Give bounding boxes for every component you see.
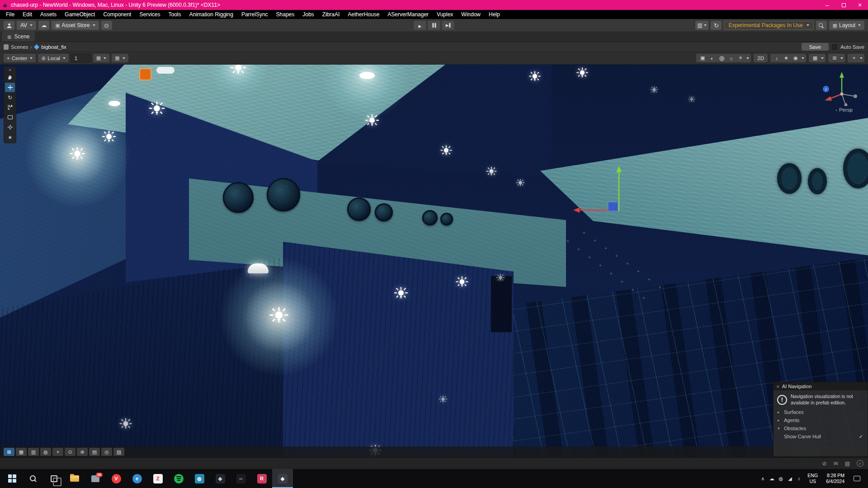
menu-item-parrelsync[interactable]: ParrelSync — [237, 10, 272, 19]
chevron-down-icon[interactable] — [840, 57, 843, 59]
chevron-down-icon[interactable] — [802, 57, 804, 59]
perspective-label[interactable]: Persp — [835, 107, 853, 113]
light-gizmo[interactable] — [440, 145, 453, 158]
light-gizmo[interactable] — [101, 130, 117, 145]
orientation-dropdown[interactable]: Local — [38, 54, 69, 62]
skybox-icon[interactable]: ◎ — [717, 54, 726, 62]
grid-size-field[interactable]: 1 — [71, 54, 91, 62]
menu-item-help[interactable]: Help — [485, 10, 504, 19]
transform-tool[interactable] — [5, 122, 15, 132]
lighting-icon[interactable]: ☼ — [726, 54, 736, 62]
rotate-tool[interactable]: ↻ — [5, 93, 15, 102]
autosave-checkbox[interactable] — [832, 44, 837, 50]
effects-icon[interactable]: ★ — [782, 54, 791, 62]
orientation-gizmo[interactable]: z — [820, 68, 858, 106]
chevron-down-icon[interactable] — [821, 57, 824, 59]
shaded-icon[interactable]: ◐ — [708, 54, 717, 62]
move-gizmo[interactable] — [569, 166, 627, 225]
light-gizmo[interactable] — [364, 114, 380, 129]
menu-item-assets[interactable]: Assets — [36, 10, 61, 19]
menu-item-animation-rigging[interactable]: Animation Rigging — [185, 10, 237, 19]
menu-item-jobs[interactable]: Jobs — [298, 10, 318, 19]
language-indicator[interactable]: ENG US — [803, 473, 822, 484]
light-gizmo[interactable] — [269, 306, 289, 327]
zoom-tool[interactable]: ⊙ — [65, 448, 75, 456]
sphere-view-tool[interactable]: ◍ — [40, 448, 51, 456]
light-gizmo[interactable] — [439, 395, 448, 404]
grid-snap-dropdown[interactable] — [93, 54, 109, 62]
settings-button[interactable] — [101, 21, 112, 30]
maximize-button[interactable] — [835, 0, 852, 10]
close-button[interactable] — [852, 0, 868, 10]
gizmos-icon[interactable]: ⌖ — [849, 54, 859, 62]
mail-button[interactable]: 26 — [85, 469, 106, 488]
menu-item-edit[interactable]: Edit — [19, 10, 36, 19]
2d-toggle[interactable]: 2D — [754, 54, 768, 62]
sun-icon[interactable]: ☀ — [736, 54, 745, 62]
wireframe-tool[interactable]: ▥ — [28, 448, 39, 456]
ai-nav-row-obstacles[interactable]: ▾Obstacles — [774, 424, 868, 432]
notifications-muted-icon[interactable]: ⊘ — [822, 460, 827, 467]
ai-nav-row-surfaces[interactable]: ▸Surfaces — [774, 408, 868, 416]
clock[interactable]: 8:28 PM 6/4/2024 — [822, 473, 849, 484]
progress-check-icon[interactable] — [857, 460, 863, 467]
account-dropdown[interactable]: AV — [17, 21, 36, 30]
pivot-mode-dropdown[interactable]: Center — [4, 54, 36, 62]
orbit-tool[interactable]: ◎ — [101, 448, 112, 456]
light-gizmo[interactable] — [393, 286, 409, 302]
light-gizmo[interactable] — [229, 65, 247, 78]
media-app-button[interactable]: ◍ — [189, 469, 210, 488]
console-icon[interactable]: ✉ — [834, 460, 838, 467]
spotify-button[interactable] — [168, 469, 189, 488]
light-gizmo[interactable] — [516, 179, 525, 188]
capture-tool[interactable]: ▨ — [113, 448, 124, 456]
menu-item-shapes[interactable]: Shapes — [272, 10, 299, 19]
visibility-icon[interactable]: ◉ — [791, 54, 800, 62]
ai-navigation-header[interactable]: AI Navigation — [774, 382, 868, 390]
layers-view-tool[interactable]: ▤ — [89, 448, 100, 456]
ai-carve-row[interactable]: Show Carve Hull ✓ — [774, 432, 868, 441]
rider-button[interactable]: R — [251, 469, 272, 488]
ceiling-lamp[interactable] — [248, 263, 269, 273]
visual-studio-button[interactable]: ∞ — [231, 469, 251, 488]
light-gizmo[interactable] — [496, 274, 505, 283]
tools-overlay-handle[interactable] — [5, 68, 15, 72]
light-gizmo[interactable] — [688, 96, 696, 104]
search-button[interactable] — [23, 469, 43, 488]
menu-item-vuplex[interactable]: Vuplex — [433, 10, 457, 19]
light-gizmo[interactable] — [148, 101, 165, 118]
breadcrumb-root[interactable]: Scenes — [11, 44, 28, 50]
save-button[interactable]: Save — [802, 43, 829, 51]
view-tool[interactable] — [5, 73, 15, 82]
grid-overlay-tool[interactable]: ▦ — [16, 448, 27, 456]
menu-item-tools[interactable]: Tools — [164, 10, 185, 19]
scene-viewport[interactable]: z Persp ↻∗ AI Navigation Navigation visu… — [0, 65, 868, 457]
play-button[interactable] — [414, 21, 426, 30]
shield-icon[interactable]: ◍ — [776, 476, 785, 482]
chevron-up-icon[interactable]: ∧ — [758, 476, 767, 482]
network-icon[interactable]: ◢ — [785, 476, 794, 482]
breadcrumb-current[interactable]: bigboat_fix — [41, 44, 66, 50]
experimental-packages-dropdown[interactable]: Experimental Packages In Use — [724, 21, 813, 30]
unity-hub-button[interactable]: ◈ — [210, 469, 231, 488]
tab-scene[interactable]: Scene — [2, 32, 35, 42]
start-button[interactable] — [2, 469, 23, 488]
scale-tool[interactable] — [5, 103, 15, 112]
zotero-button[interactable]: Z — [147, 469, 168, 488]
pause-button[interactable] — [428, 21, 440, 30]
frame-icon[interactable]: ▣ — [698, 54, 707, 62]
search-button[interactable] — [816, 21, 827, 30]
edge-button[interactable]: e — [127, 469, 147, 488]
menu-item-zibraai[interactable]: ZibraAI — [318, 10, 344, 19]
light-gizmo[interactable] — [69, 146, 85, 163]
task-view-button[interactable] — [43, 469, 64, 488]
chevron-down-icon[interactable] — [860, 57, 863, 59]
flythrough-tool[interactable]: ⌖ — [52, 448, 63, 456]
menu-item-file[interactable]: File — [2, 10, 19, 19]
view-pan-tool[interactable]: ⊞ — [4, 448, 14, 456]
file-explorer-button[interactable] — [64, 469, 85, 488]
light-gizmo[interactable] — [650, 86, 659, 95]
asset-store-dropdown[interactable]: Asset Store — [52, 21, 99, 30]
vivaldi-button[interactable]: V — [106, 469, 127, 488]
notification-center-button[interactable] — [849, 476, 865, 481]
